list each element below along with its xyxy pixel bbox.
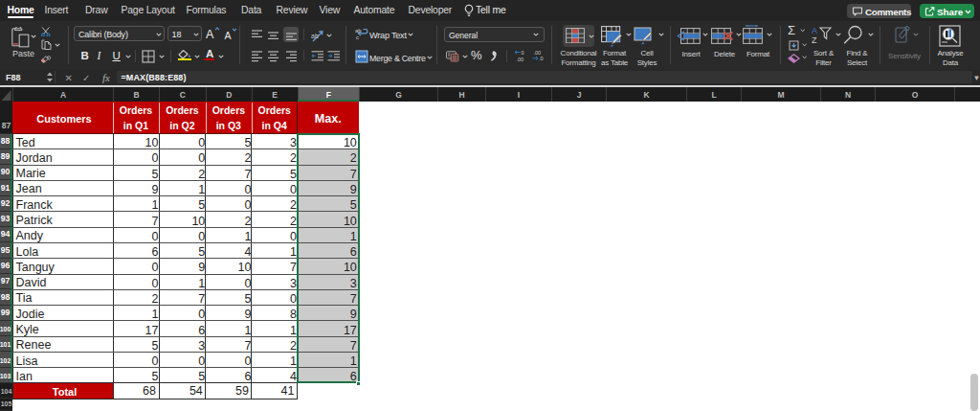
svg-text:A: A — [812, 26, 817, 35]
svg-text:Z: Z — [812, 35, 817, 45]
svg-text:c: c — [356, 34, 359, 40]
svg-text:.0: .0 — [539, 56, 544, 61]
svg-text:0: 0 — [522, 50, 524, 56]
svg-text:.00: .00 — [517, 56, 524, 60]
svg-text:ab: ab — [311, 33, 319, 39]
svg-text:ab: ab — [355, 28, 362, 34]
